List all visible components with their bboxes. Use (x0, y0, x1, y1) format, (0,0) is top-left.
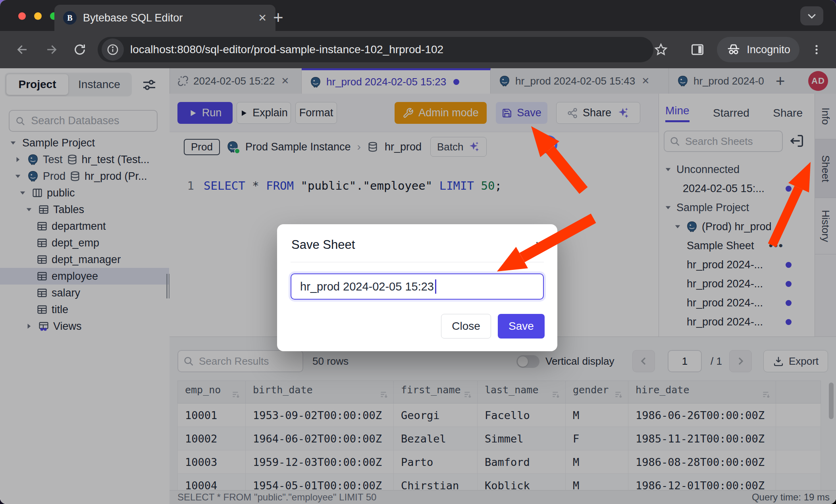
side-panel-icon[interactable] (688, 40, 707, 60)
minimize-window-button[interactable] (34, 12, 42, 20)
address-bar[interactable]: localhost:8080/sql-editor/prod-sample-in… (98, 37, 653, 62)
close-button[interactable]: Close (441, 314, 491, 339)
text-cursor (435, 279, 436, 294)
close-dialog-icon[interactable]: ✕ (535, 239, 545, 252)
incognito-icon (726, 42, 741, 57)
traffic-lights (18, 12, 58, 20)
url-text: localhost:8080/sql-editor/prod-sample-in… (130, 43, 443, 56)
browser-tab-title: Bytebase SQL Editor (83, 12, 252, 24)
sql-editor-page: 2024-02-05 15:22 ✕ hr_prod 2024-02-05 15… (0, 68, 836, 504)
close-window-button[interactable] (18, 12, 26, 20)
back-icon[interactable] (13, 40, 33, 60)
incognito-badge: Incognito (717, 37, 799, 62)
browser-menu-icon[interactable] (807, 40, 826, 60)
incognito-label: Incognito (747, 44, 790, 56)
close-tab-icon[interactable]: ✕ (258, 13, 267, 23)
tab-search-button[interactable] (800, 6, 823, 25)
new-tab-button[interactable]: + (273, 6, 283, 29)
chrome-toolbar: localhost:8080/sql-editor/prod-sample-in… (0, 31, 836, 68)
chrome-tab-strip: B Bytebase SQL Editor ✕ + (0, 0, 836, 31)
site-info-icon[interactable] (102, 38, 124, 61)
bookmark-star-icon[interactable] (651, 40, 671, 60)
dialog-divider (291, 262, 544, 262)
sheet-name-input[interactable]: hr_prod 2024-02-05 15:23 (291, 273, 544, 300)
save-sheet-dialog: Save Sheet ✕ hr_prod 2024-02-05 15:23 Cl… (277, 224, 557, 351)
browser-tab[interactable]: B Bytebase SQL Editor ✕ (54, 5, 275, 31)
forward-icon[interactable] (41, 40, 61, 60)
dialog-save-button[interactable]: Save (498, 314, 545, 339)
browser-window: B Bytebase SQL Editor ✕ + localhost:8080… (0, 0, 836, 504)
dialog-title: Save Sheet (291, 238, 355, 252)
reload-icon[interactable] (70, 40, 90, 60)
bytebase-favicon: B (63, 11, 77, 25)
